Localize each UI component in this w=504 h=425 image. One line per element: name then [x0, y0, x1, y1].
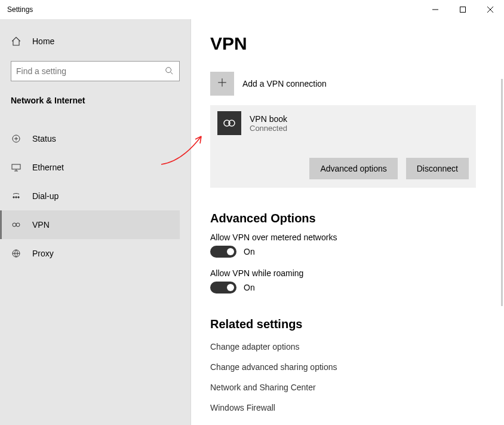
search-icon — [165, 66, 174, 76]
close-button[interactable] — [477, 0, 504, 19]
toggle-knob — [227, 284, 234, 291]
svg-point-4 — [166, 68, 171, 73]
page-title: VPN — [210, 33, 490, 54]
svg-point-12 — [16, 223, 20, 227]
vpn-icon — [11, 219, 21, 230]
sidebar-item-proxy[interactable]: Proxy — [0, 239, 180, 268]
svg-line-5 — [171, 72, 173, 75]
metered-networks-label: Allow VPN over metered networks — [210, 233, 490, 242]
sidebar: Home Network & Internet Status Ethernet … — [0, 19, 191, 425]
vpn-info: VPN book Connected — [250, 114, 287, 133]
content-area: VPN Add a VPN connection VPN book Connec… — [191, 19, 504, 425]
related-link-adapter[interactable]: Change adapter options — [210, 342, 490, 351]
metered-toggle[interactable] — [210, 246, 236, 258]
add-vpn-button[interactable] — [210, 72, 234, 96]
home-icon — [11, 36, 21, 47]
roaming-toggle-row: On — [210, 282, 490, 293]
sidebar-item-label: VPN — [32, 220, 50, 230]
svg-point-11 — [13, 223, 16, 227]
sidebar-item-vpn[interactable]: VPN — [0, 210, 180, 239]
scrollbar[interactable] — [501, 79, 503, 306]
metered-toggle-state: On — [244, 247, 255, 256]
roaming-toggle-state: On — [244, 283, 255, 292]
plus-icon — [217, 77, 228, 90]
home-link[interactable]: Home — [11, 30, 180, 53]
sidebar-item-dialup[interactable]: Dial-up — [0, 182, 180, 210]
svg-rect-1 — [460, 7, 466, 13]
related-link-firewall[interactable]: Windows Firewall — [210, 403, 490, 412]
status-icon — [11, 133, 21, 144]
window-controls — [422, 0, 504, 19]
home-label: Home — [32, 36, 54, 46]
sidebar-item-label: Dial-up — [32, 191, 59, 201]
category-header: Network & Internet — [11, 96, 180, 105]
ethernet-icon — [11, 162, 21, 173]
related-link-sharing[interactable]: Change advanced sharing options — [210, 362, 490, 372]
svg-rect-7 — [12, 164, 20, 169]
svg-point-9 — [16, 197, 17, 198]
add-vpn-label: Add a VPN connection — [242, 79, 327, 88]
sidebar-item-label: Proxy — [32, 249, 54, 258]
vpn-card-header: VPN book Connected — [217, 111, 469, 135]
vpn-connection-icon — [217, 111, 241, 135]
sidebar-item-label: Status — [32, 134, 56, 143]
maximize-button[interactable] — [449, 0, 477, 19]
roaming-label: Allow VPN while roaming — [210, 268, 490, 278]
vpn-status: Connected — [250, 124, 287, 133]
advanced-options-heading: Advanced Options — [210, 212, 490, 225]
vpn-connection-card[interactable]: VPN book Connected Advanced options Disc… — [210, 105, 476, 188]
roaming-toggle[interactable] — [210, 282, 236, 293]
toggle-knob — [227, 248, 234, 255]
proxy-icon — [11, 248, 21, 259]
sidebar-item-status[interactable]: Status — [0, 124, 180, 153]
svg-point-8 — [13, 197, 14, 198]
vpn-actions: Advanced options Disconnect — [217, 158, 469, 179]
svg-point-10 — [18, 197, 19, 198]
search-input[interactable] — [16, 66, 165, 76]
metered-toggle-row: On — [210, 246, 490, 258]
search-box[interactable] — [11, 61, 180, 81]
nav-list: Status Ethernet Dial-up VPN Proxy — [11, 124, 180, 268]
add-vpn-row[interactable]: Add a VPN connection — [210, 71, 490, 97]
minimize-button[interactable] — [422, 0, 449, 19]
sidebar-item-ethernet[interactable]: Ethernet — [0, 153, 180, 182]
window-title: Settings — [7, 5, 33, 14]
related-settings-heading: Related settings — [210, 317, 490, 331]
dialup-icon — [11, 191, 21, 201]
vpn-name: VPN book — [250, 114, 287, 124]
title-bar: Settings — [0, 0, 504, 19]
disconnect-button[interactable]: Disconnect — [406, 158, 469, 179]
related-link-center[interactable]: Network and Sharing Center — [210, 383, 490, 392]
advanced-options-button[interactable]: Advanced options — [309, 158, 397, 179]
sidebar-item-label: Ethernet — [32, 163, 64, 172]
